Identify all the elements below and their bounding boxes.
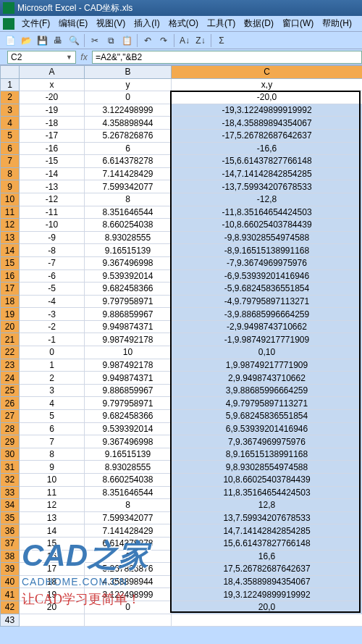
cell[interactable]: x (20, 78, 85, 91)
copy-icon[interactable]: ⧉ (104, 33, 118, 48)
cell[interactable]: 9.987492178 (85, 333, 172, 346)
cell[interactable]: 8.660254038 (85, 474, 172, 487)
row-header[interactable]: 26 (1, 397, 20, 410)
cell[interactable]: 15 (20, 537, 85, 550)
cell[interactable]: -15,6.61437827766148 (172, 155, 363, 168)
row-header[interactable]: 42 (1, 601, 20, 614)
row-header[interactable]: 8 (1, 167, 20, 180)
cell[interactable]: 8.351646544 (85, 486, 172, 499)
cell[interactable]: 13 (20, 511, 85, 524)
cell[interactable]: -20 (20, 91, 85, 104)
cell[interactable]: -8,9.16515138991168 (172, 244, 363, 257)
cell[interactable]: 4.358898944 (85, 575, 172, 588)
row-header[interactable]: 39 (1, 563, 20, 576)
row-header[interactable]: 35 (1, 511, 20, 524)
row-header[interactable]: 23 (1, 359, 20, 372)
name-box[interactable]: C2 ▼ (7, 51, 76, 64)
cell[interactable]: 9,8.93028554974588 (172, 461, 363, 474)
cell[interactable]: 2,9.9498743710662 (172, 372, 363, 385)
cell[interactable]: 9.797958971 (85, 295, 172, 308)
cell[interactable]: -14,7.14142842854285 (172, 167, 363, 180)
row-header[interactable]: 16 (1, 269, 20, 283)
row-header[interactable]: 13 (1, 231, 20, 244)
cell[interactable]: -12 (20, 193, 85, 206)
cell[interactable]: 3.122498999 (85, 104, 172, 117)
sort-asc-icon[interactable]: A↓ (177, 33, 192, 48)
row-header[interactable]: 10 (1, 193, 20, 206)
cell[interactable]: 0 (85, 601, 172, 614)
cell[interactable]: 19,3.12249899919992 (172, 588, 363, 601)
cell[interactable]: -6,9.53939201416946 (172, 269, 363, 283)
cell[interactable] (85, 614, 172, 627)
cell[interactable]: 17,5.26782687642637 (172, 563, 363, 576)
row-header[interactable]: 14 (1, 244, 20, 257)
cell[interactable]: 9.797958971 (85, 397, 172, 410)
cell[interactable]: 6,9.53939201416946 (172, 422, 363, 435)
cell[interactable]: -14 (20, 167, 85, 180)
cell[interactable]: 7.141428429 (85, 524, 172, 538)
cell[interactable]: -10,8.66025403784439 (172, 219, 363, 232)
cell[interactable]: -1,9.98749217771909 (172, 333, 363, 346)
row-header[interactable]: 29 (1, 435, 20, 448)
redo-icon[interactable]: ↷ (156, 33, 171, 48)
open-icon[interactable]: 📂 (19, 33, 33, 48)
menu-data[interactable]: 数据(D) (240, 17, 278, 30)
cell[interactable] (20, 614, 85, 627)
row-header[interactable]: 38 (1, 550, 20, 563)
menu-help[interactable]: 帮助(H) (318, 17, 356, 30)
row-header[interactable]: 18 (1, 295, 20, 308)
cell[interactable]: -11 (20, 206, 85, 219)
cell[interactable]: 14 (20, 524, 85, 538)
cell[interactable]: -9,8.93028554974588 (172, 231, 363, 244)
cell[interactable]: 18,4.35889894354067 (172, 575, 363, 588)
cell[interactable]: 20,0 (172, 601, 363, 614)
cell[interactable]: 9.949874371 (85, 320, 172, 333)
row-header[interactable]: 3 (1, 104, 20, 117)
cell[interactable]: 7 (20, 435, 85, 448)
cell[interactable]: -3,9.88685996664259 (172, 308, 363, 321)
col-header-A[interactable]: A (20, 66, 85, 79)
cell[interactable]: -5 (20, 283, 85, 296)
cell[interactable]: -19 (20, 104, 85, 117)
print-icon[interactable]: 🖶 (51, 33, 65, 48)
cell[interactable]: 20 (20, 601, 85, 614)
cell[interactable]: 4.358898944 (85, 117, 172, 130)
cell[interactable]: 13,7.59934207678533 (172, 511, 363, 524)
menu-tools[interactable]: 工具(T) (203, 17, 240, 30)
cell[interactable]: 5 (20, 410, 85, 423)
cell[interactable]: 11,8.35164654424503 (172, 486, 363, 499)
row-header[interactable]: 4 (1, 117, 20, 130)
cell[interactable]: 1 (20, 359, 85, 372)
cell[interactable]: 6.614378278 (85, 537, 172, 550)
cell[interactable]: 7.599342077 (85, 511, 172, 524)
cell[interactable]: x,y (172, 78, 363, 91)
cell[interactable]: 9.539392014 (85, 422, 172, 435)
cell[interactable]: 14,7.14142842854285 (172, 524, 363, 538)
row-header[interactable]: 30 (1, 448, 20, 461)
cell[interactable]: 7.141428429 (85, 167, 172, 180)
row-header[interactable]: 20 (1, 320, 20, 333)
sort-desc-icon[interactable]: Z↓ (193, 33, 208, 48)
cell[interactable]: 3,9.88685996664259 (172, 384, 363, 397)
cell[interactable]: 10 (20, 474, 85, 487)
undo-icon[interactable]: ↶ (140, 33, 155, 48)
cell[interactable]: -8 (20, 244, 85, 257)
cell[interactable]: 6 (85, 142, 172, 155)
cell[interactable]: 17 (20, 563, 85, 576)
cell[interactable]: -15 (20, 155, 85, 168)
cell[interactable]: 19 (20, 588, 85, 601)
cell[interactable]: 16 (20, 550, 85, 563)
cell[interactable]: 1,9.98749217771909 (172, 359, 363, 372)
cell[interactable]: 11 (20, 486, 85, 499)
cell[interactable]: 9.16515139 (85, 244, 172, 257)
cell[interactable] (172, 614, 363, 627)
fx-icon[interactable]: fx (76, 52, 92, 62)
cell[interactable]: 0 (20, 346, 85, 359)
cell[interactable]: 16,6 (172, 550, 363, 563)
sum-icon[interactable]: Σ (214, 33, 229, 48)
row-header[interactable]: 7 (1, 155, 20, 168)
row-header[interactable]: 12 (1, 219, 20, 232)
cell[interactable]: 10 (85, 346, 172, 359)
row-header[interactable]: 37 (1, 537, 20, 550)
select-all-corner[interactable] (1, 66, 20, 79)
